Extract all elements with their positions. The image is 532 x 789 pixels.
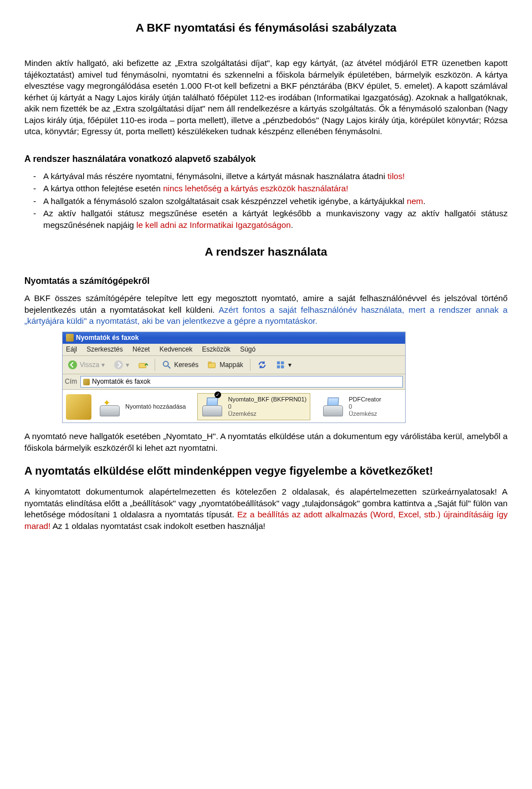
window-title: Nyomtatók és faxok [76,334,139,342]
printer-name: PDFCreator [349,396,381,403]
window-titlebar[interactable]: Nyomtatók és faxok [63,332,405,344]
add-printer-item[interactable]: ✦ Nyomtató hozzáadása [95,393,190,421]
sync-icon [257,360,267,370]
address-field[interactable]: Nyomtatók és faxok [80,376,403,387]
folders-label: Mappák [219,361,243,369]
back-arrow-icon [68,360,78,370]
rule-emphasis: nem [407,196,423,206]
menu-tools[interactable]: Eszközök [202,345,230,353]
printer-state: Üzemkész [349,410,381,418]
menu-view[interactable]: Nézet [132,345,150,353]
printer-queue: 0 [349,403,381,410]
rule-emphasis: le kell adni az Informatikai Igazgatóság… [136,220,291,230]
important-notice: A nyomtatás elküldése előtt mindenképpen… [24,464,508,479]
forward-button[interactable]: ▾ [110,358,133,371]
rule-text: A hallgatók a fénymásoló szalon szolgált… [43,196,407,206]
svg-rect-8 [281,362,284,364]
svg-point-0 [68,360,77,369]
views-button[interactable]: ▾ [272,358,295,371]
address-label: Cím [65,378,77,385]
menu-edit[interactable]: Szerkesztés [86,345,122,353]
folders-icon [207,360,217,370]
printer-name: Nyomtato_BKF (BKFPRN01) [228,396,306,403]
address-value: Nyomtatók és faxok [92,378,150,385]
toolbar: Vissza ▾ ▾ Keresés Mappák ▾ [63,356,405,374]
intro-paragraph: Minden aktív hallgató, aki befizette az … [24,58,508,138]
last-paragraph: A kinyomtatott dokumentumok alapértelmez… [24,486,508,532]
menu-file[interactable]: Eájl [66,345,77,353]
add-printer-icon: ✦ [99,398,122,416]
rule-text-post: . [291,220,293,230]
rule-item: A hallgatók a fénymásoló szalon szolgált… [43,196,508,207]
svg-rect-2 [139,364,146,368]
rule-item: A kártyával más részére nyomtatni, fénym… [43,171,508,182]
printer-state: Üzemkész [228,410,306,418]
search-label: Keresés [174,361,198,369]
printer-item[interactable]: Nyomtato_BKF (BKFPRN01) 0 Üzemkész [197,393,310,421]
svg-point-3 [163,362,168,366]
back-button[interactable]: Vissza ▾ [64,358,109,371]
search-icon [162,360,172,370]
rule-item: Az aktív hallgatói státusz megszűnése es… [43,208,508,231]
folder-up-icon [138,360,148,370]
dropdown-caret-icon: ▾ [288,361,291,369]
add-printer-label: Nyomtató hozzáadása [125,403,186,410]
forward-arrow-icon [114,360,124,370]
printer-item[interactable]: PDFCreator 0 Üzemkész [318,393,385,421]
rule-item: A kártya otthon felejtése esetén nincs l… [43,183,508,195]
rule-emphasis: nincs lehetőség a kártyás eszközök haszn… [163,184,348,193]
svg-rect-6 [208,362,211,364]
printers-folder-icon [83,379,90,385]
sync-button[interactable] [253,358,271,371]
toolbar-separator [250,359,250,371]
rule-text-post: . [423,196,426,206]
menu-bar: Eájl Szerkesztés Nézet Kedvencek Eszközö… [63,344,405,356]
rules-list: A kártyával más részére nyomtatni, fénym… [24,171,508,231]
toolbar-separator [155,359,155,371]
printer-queue: 0 [228,403,306,410]
dropdown-caret-icon: ▾ [101,361,105,369]
printer-list: ✦ Nyomtató hozzáadása Nyomtato_BKF (BKFP… [95,392,404,421]
dropdown-caret-icon: ▾ [126,361,129,369]
menu-help[interactable]: Súgó [240,345,255,353]
views-icon [276,360,286,370]
rule-emphasis: tilos! [387,171,405,181]
rule-text: A kártya otthon felejtése esetén [43,184,163,193]
page-title: A BKF nyomtatási és fénymásolási szabály… [24,20,508,35]
svg-rect-10 [281,365,284,368]
printers-folder-icon [66,334,74,342]
folders-button[interactable]: Mappák [203,358,247,371]
search-button[interactable]: Keresés [158,358,202,371]
printer-icon [322,398,345,416]
last-text-b: Az 1 oldalas nyomtatást csak indokolt es… [50,521,265,531]
rules-heading: A rendszer használatára vonatkozó alapve… [24,153,508,165]
svg-rect-9 [277,365,280,368]
usage-heading: A rendszer használata [24,244,508,259]
window-body: ✦ Nyomtató hozzáadása Nyomtato_BKF (BKFP… [63,390,405,423]
back-label: Vissza [80,361,99,369]
after-image-paragraph: A nyomtató neve hallgatók esetében „Nyom… [24,431,508,454]
svg-rect-7 [277,362,280,364]
menu-favorites[interactable]: Kedvencek [160,345,192,353]
svg-line-4 [168,366,171,369]
tasks-panel-icon [66,394,91,420]
printer-icon [201,398,224,416]
print-paragraph: A BKF összes számítógépére telepítve let… [24,293,508,327]
printers-window: Nyomtatók és faxok Eájl Szerkesztés Néze… [62,332,406,424]
up-button[interactable] [134,358,152,371]
address-bar: Cím Nyomtatók és faxok [63,374,405,389]
svg-point-1 [114,360,123,369]
rule-text: A kártyával más részére nyomtatni, fénym… [43,171,387,181]
print-subheading: Nyomtatás a számítógépekről [24,275,508,287]
